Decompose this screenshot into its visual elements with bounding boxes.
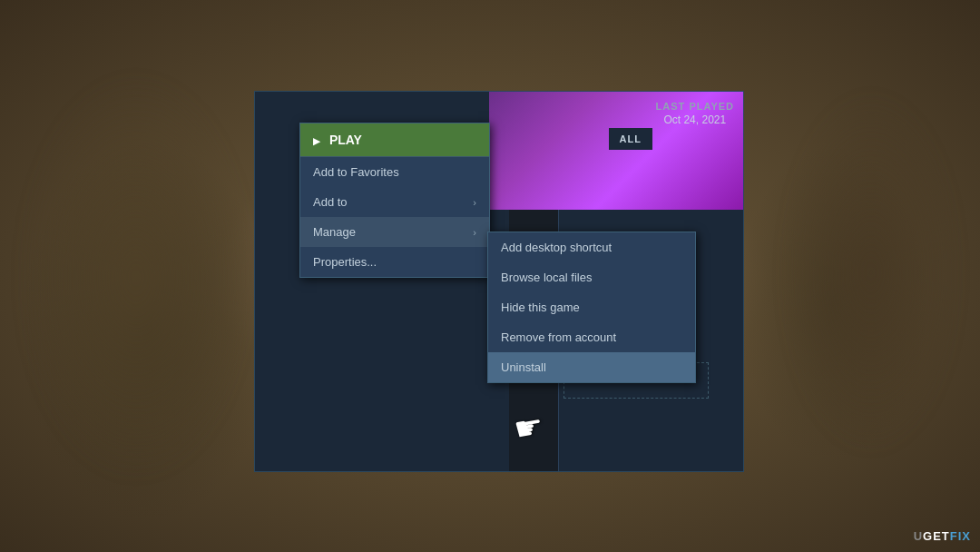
uninstall-all-button[interactable]: ALL — [609, 128, 652, 150]
submenu-arrow-manage-icon: › — [473, 227, 476, 238]
menu-item-uninstall[interactable]: Uninstall — [488, 352, 695, 382]
menu-item-hide-this-game[interactable]: Hide this game — [488, 292, 695, 322]
menu-item-remove-from-account[interactable]: Remove from account — [488, 322, 695, 352]
menu-item-add-to-favorites[interactable]: Add to Favorites — [300, 157, 489, 187]
game-banner: LAST PLAYED Oct 24, 2021 ALL — [489, 92, 743, 210]
menu-item-properties[interactable]: Properties... — [300, 247, 489, 277]
menu-item-play[interactable]: ▶ PLAY — [300, 123, 489, 156]
last-played-section: LAST PLAYED Oct 24, 2021 — [656, 101, 734, 126]
secondary-context-menu: Add desktop shortcut Browse local files … — [487, 232, 696, 383]
primary-context-menu: ▶ PLAY Add to Favorites Add to › Manage … — [299, 123, 490, 278]
play-arrow-icon: ▶ — [313, 136, 320, 146]
last-played-label: LAST PLAYED — [656, 101, 734, 112]
watermark-get: GET — [923, 529, 950, 543]
last-played-date: Oct 24, 2021 — [656, 113, 734, 126]
menu-item-add-to[interactable]: Add to › — [300, 187, 489, 217]
background-figure-left — [18, 73, 254, 481]
submenu-arrow-icon: › — [473, 197, 476, 208]
watermark-fix: FIX — [950, 529, 971, 543]
menu-item-add-desktop-shortcut[interactable]: Add desktop shortcut — [488, 232, 695, 262]
menu-item-browse-local-files[interactable]: Browse local files — [488, 262, 695, 292]
menu-item-manage[interactable]: Manage › — [300, 217, 489, 247]
watermark: UGETFIX — [914, 529, 971, 543]
watermark-u: U — [914, 529, 923, 543]
background-figure-right — [780, 91, 962, 454]
